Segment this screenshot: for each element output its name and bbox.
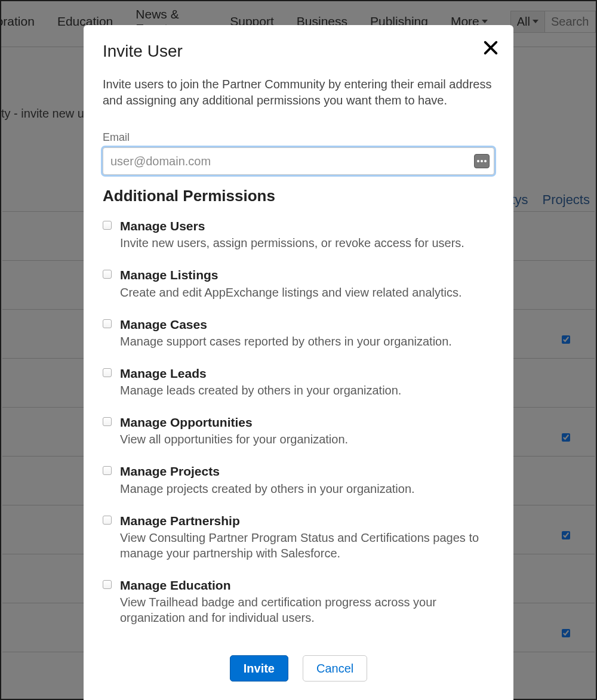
permission-checkbox[interactable] (103, 319, 112, 328)
permission-checkbox[interactable] (103, 516, 112, 525)
email-label: Email (103, 131, 494, 144)
modal-overlay: Invite User Invite users to join the Par… (0, 0, 597, 700)
permission-checkbox[interactable] (103, 270, 112, 279)
cancel-button[interactable]: Cancel (303, 655, 367, 682)
permission-title: Manage Listings (120, 267, 494, 283)
permission-description: Invite new users, assign permissions, or… (120, 235, 494, 251)
permission-checkbox[interactable] (103, 466, 112, 475)
permission-item: Manage ProjectsManage projects created b… (103, 464, 494, 496)
email-input[interactable] (103, 147, 494, 175)
modal-title: Invite User (103, 42, 494, 61)
permission-item: Manage PartnershipView Consulting Partne… (103, 513, 494, 561)
permission-checkbox[interactable] (103, 368, 112, 377)
permission-title: Manage Cases (120, 317, 494, 332)
permission-description: Manage leads created by others in your o… (120, 383, 494, 398)
keychain-icon[interactable] (474, 154, 490, 168)
close-icon (482, 39, 499, 56)
permission-item: Manage UsersInvite new users, assign per… (103, 218, 494, 251)
permission-item: Manage LeadsManage leads created by othe… (103, 366, 494, 398)
invite-user-modal: Invite User Invite users to join the Par… (84, 25, 513, 700)
permissions-list: Manage UsersInvite new users, assign per… (103, 218, 494, 625)
permission-item: Manage ListingsCreate and edit AppExchan… (103, 267, 494, 300)
permission-item: Manage EducationView Trailhead badge and… (103, 578, 494, 625)
modal-description: Invite users to join the Partner Communi… (103, 76, 494, 109)
permission-title: Manage Partnership (120, 513, 494, 529)
permission-checkbox[interactable] (103, 221, 112, 230)
permission-item: Manage CasesManage support cases reporte… (103, 317, 494, 349)
permission-title: Manage Projects (120, 464, 494, 479)
permission-description: Manage support cases reported by others … (120, 334, 494, 349)
permission-description: View Consulting Partner Program Status a… (120, 530, 494, 561)
permission-checkbox[interactable] (103, 580, 112, 589)
permission-title: Manage Leads (120, 366, 494, 381)
permissions-heading: Additional Permissions (103, 187, 494, 205)
permission-title: Manage Education (120, 578, 494, 593)
permission-description: View Trailhead badge and certification p… (120, 594, 494, 625)
modal-footer: Invite Cancel (103, 655, 494, 682)
invite-button[interactable]: Invite (230, 655, 288, 682)
permission-checkbox[interactable] (103, 417, 112, 426)
permission-description: Create and edit AppExchange listings and… (120, 285, 494, 300)
permission-title: Manage Users (120, 218, 494, 234)
close-button[interactable] (482, 39, 499, 58)
permission-description: Manage projects created by others in you… (120, 481, 494, 497)
permission-title: Manage Opportunities (120, 415, 494, 430)
permission-description: View all opportunities for your organiza… (120, 431, 494, 447)
permission-item: Manage OpportunitiesView all opportuniti… (103, 415, 494, 447)
